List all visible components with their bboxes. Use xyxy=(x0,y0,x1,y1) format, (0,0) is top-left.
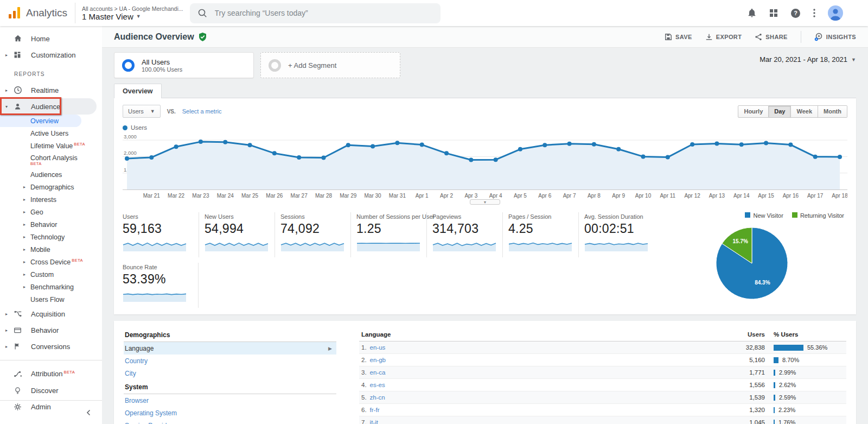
language-link[interactable]: en-gb xyxy=(370,357,386,363)
sidebar-subitem-audiences[interactable]: Audiences xyxy=(0,168,102,181)
sidebar-subitem-benchmarking[interactable]: ▸Benchmarking xyxy=(0,281,102,293)
language-link[interactable]: en-ca xyxy=(370,369,386,376)
select-metric-link[interactable]: Select a metric xyxy=(182,108,222,115)
svg-text:Apr 1: Apr 1 xyxy=(416,193,429,199)
metric-card-new-users[interactable]: New Users54,994 xyxy=(199,212,275,257)
table-row-fr-fr[interactable]: 6.fr-fr1,3202.23% xyxy=(359,404,846,416)
sidebar-item-discover[interactable]: Discover xyxy=(0,382,102,398)
language-link[interactable]: it-it xyxy=(370,419,378,424)
save-button[interactable]: SAVE xyxy=(665,33,692,41)
sidebar-item-behavior[interactable]: ▸Behavior xyxy=(0,322,102,338)
users-timeseries-chart[interactable]: 1,0002,0003,000Mar 21Mar 22Mar 23Mar 24M… xyxy=(123,132,847,202)
segment-all-users[interactable]: All Users 100.00% Users xyxy=(114,52,254,78)
sidebar-item-label: Discover xyxy=(31,387,59,395)
insights-label: INSIGHTS xyxy=(826,34,856,40)
add-segment-button[interactable]: + Add Segment xyxy=(260,52,400,78)
sidebar-subitem-lifetime-value[interactable]: Lifetime ValueBETA xyxy=(0,140,102,152)
user-avatar[interactable] xyxy=(828,5,843,21)
sidebar-subitem-custom[interactable]: ▸Custom xyxy=(0,268,102,281)
granularity-week-button[interactable]: Week xyxy=(791,105,818,118)
column-pct-users: % Users xyxy=(765,331,846,338)
sidebar-subitem-demographics[interactable]: ▸Demographics xyxy=(0,181,102,193)
sidebar-subitem-label: Cross DeviceBETA xyxy=(30,258,83,266)
demo-item-city[interactable]: City xyxy=(124,367,336,379)
metric-value: 314,703 xyxy=(432,222,498,236)
sidebar-subitem-cohort-analysis[interactable]: Cohort AnalysisBETA xyxy=(0,152,102,168)
sidebar-subitem-overview[interactable]: Overview xyxy=(0,115,81,127)
metric-card-pages-session[interactable]: Pages / Session4.25 xyxy=(502,212,578,257)
help-icon[interactable]: ? xyxy=(790,8,801,18)
account-switcher[interactable]: All accounts > UA - Google Merchandi... … xyxy=(75,3,183,23)
pct-bar-chart xyxy=(774,382,775,388)
share-button[interactable]: SHARE xyxy=(755,33,788,41)
search-input[interactable] xyxy=(214,8,433,18)
demo-item-browser[interactable]: Browser xyxy=(124,394,336,407)
search-bar[interactable] xyxy=(190,3,441,23)
demo-item-operating-system[interactable]: Operating System xyxy=(124,407,336,419)
sidebar-item-attribution[interactable]: AttributionBETA xyxy=(0,366,102,382)
sidebar-subitem-geo[interactable]: ▸Geo xyxy=(0,206,102,218)
table-row-en-gb[interactable]: 2.en-gb5,1608.70% xyxy=(359,354,846,366)
date-range-picker[interactable]: Mar 20, 2021 - Apr 18, 2021 ▼ xyxy=(760,52,856,64)
granularity-month-button[interactable]: Month xyxy=(818,105,847,118)
sidebar-item-acquisition[interactable]: ▸Acquisition xyxy=(0,306,102,322)
granularity-day-button[interactable]: Day xyxy=(769,105,791,118)
table-row-en-us[interactable]: 1.en-us32,83855.36% xyxy=(359,341,846,354)
sidebar-subitem-users-flow[interactable]: Users Flow xyxy=(0,293,102,306)
language-link[interactable]: es-es xyxy=(370,382,385,388)
apps-grid-icon[interactable] xyxy=(769,9,778,17)
metric-card-number-of-sessions-per-user[interactable]: Number of Sessions per User1.25 xyxy=(350,212,426,257)
save-label: SAVE xyxy=(675,34,692,40)
granularity-hourly-button[interactable]: Hourly xyxy=(738,105,769,118)
sidebar-item-home[interactable]: Home xyxy=(0,30,102,47)
users-value: 1,771 xyxy=(716,369,765,376)
metric-card-bounce-rate[interactable]: Bounce Rate53.39% xyxy=(123,263,199,308)
customization-icon xyxy=(14,51,23,59)
demo-item-service-provider[interactable]: Service Provider xyxy=(124,419,336,424)
column-users: Users xyxy=(716,331,765,338)
tab-overview[interactable]: Overview xyxy=(114,84,162,98)
sidebar-subitem-label: Demographics xyxy=(30,183,74,191)
demo-item-language[interactable]: Language▶ xyxy=(124,342,336,355)
legend-label: Returning Visitor xyxy=(800,212,844,219)
svg-text:3,000: 3,000 xyxy=(124,134,137,140)
language-link[interactable]: en-us xyxy=(370,344,386,351)
expand-arrow-icon: ▸ xyxy=(5,344,12,349)
sidebar-subitem-active-users[interactable]: Active Users xyxy=(0,127,102,140)
sidebar-item-label: Acquisition xyxy=(31,310,65,318)
collapse-sidebar-icon[interactable] xyxy=(86,409,91,416)
metric-card-users[interactable]: Users59,163 xyxy=(123,212,199,257)
sidebar-subitem-cross-device[interactable]: ▸Cross DeviceBETA xyxy=(0,256,102,268)
notifications-bell-icon[interactable] xyxy=(747,8,757,18)
sidebar-subitem-mobile[interactable]: ▸Mobile xyxy=(0,243,102,256)
sidebar-item-audience[interactable]: ▾Audience xyxy=(0,98,97,115)
language-link[interactable]: fr-fr xyxy=(370,407,380,413)
visitor-type-pie-chart[interactable]: 84.3%15.7% xyxy=(656,225,847,301)
demo-item-country[interactable]: Country xyxy=(124,355,336,367)
language-link[interactable]: zh-cn xyxy=(370,394,385,401)
insights-icon xyxy=(814,33,823,41)
sidebar-item-conversions[interactable]: ▸Conversions xyxy=(0,338,102,355)
sidebar-item-realtime[interactable]: ▸Realtime xyxy=(0,82,102,98)
metric-card-avg-session-duration[interactable]: Avg. Session Duration00:02:51 xyxy=(578,212,654,257)
more-options-icon[interactable] xyxy=(813,9,815,17)
export-button[interactable]: EXPORT xyxy=(705,33,742,41)
sidebar-subitem-interests[interactable]: ▸Interests xyxy=(0,193,102,206)
table-row-zh-cn[interactable]: 5.zh-cn1,5392.59% xyxy=(359,391,846,404)
metric-dropdown[interactable]: Users ▼ xyxy=(123,105,161,118)
pct-bar-chart xyxy=(774,407,775,413)
table-row-en-ca[interactable]: 3.en-ca1,7712.99% xyxy=(359,366,846,379)
insights-button[interactable]: INSIGHTS xyxy=(814,33,856,41)
sidebar-subitem-behavior[interactable]: ▸Behavior xyxy=(0,218,102,231)
analytics-logo[interactable]: Analytics xyxy=(0,6,67,20)
users-value: 1,556 xyxy=(716,382,765,388)
sidebar-item-customization[interactable]: ▸Customization xyxy=(0,47,102,63)
metric-card-pageviews[interactable]: Pageviews314,703 xyxy=(426,212,502,257)
sidebar-subitem-technology[interactable]: ▸Technology xyxy=(0,231,102,243)
table-row-it-it[interactable]: 7.it-it1,0451.76% xyxy=(359,416,846,424)
table-row-es-es[interactable]: 4.es-es1,5562.62% xyxy=(359,379,846,391)
sidebar-subitem-label: Behavior xyxy=(30,221,57,229)
metric-card-sessions[interactable]: Sessions74,092 xyxy=(275,212,350,257)
sidebar-item-label: Conversions xyxy=(31,343,70,351)
svg-text:Apr 4: Apr 4 xyxy=(489,193,502,199)
